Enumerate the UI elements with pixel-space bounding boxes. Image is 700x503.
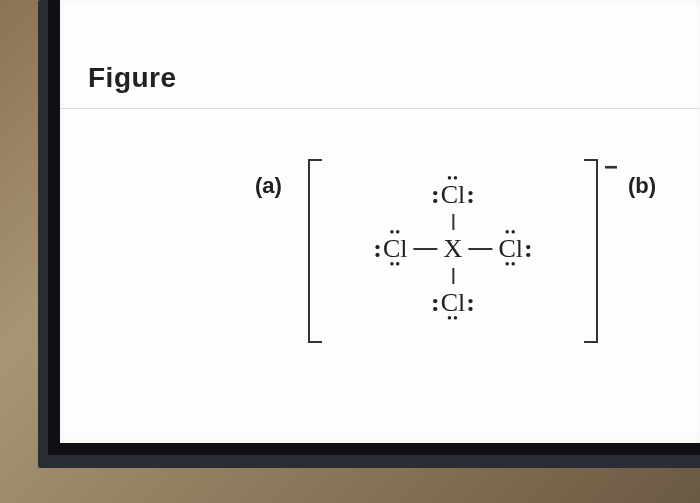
lewis-structure-bracket: − : •• Cl : : •• •• <box>308 159 598 339</box>
lewis-row-middle: : •• •• Cl X •• •• Cl <box>373 231 532 267</box>
lewis-row-bottom: : •• Cl : <box>373 285 532 321</box>
lone-pair-right: : <box>466 182 475 208</box>
lone-pair-bottom: •• <box>505 258 517 272</box>
atom-cl-left: •• •• Cl <box>381 236 410 262</box>
bond-vertical <box>452 214 454 230</box>
bracket-right <box>584 159 598 343</box>
subfigure-label-a: (a) <box>255 173 282 199</box>
lone-pair-right: : <box>524 236 533 262</box>
lewis-structure: : •• Cl : : •• •• Cl <box>373 177 532 321</box>
subfigure-label-b: (b) <box>628 173 656 199</box>
lone-pair-top: •• <box>505 226 517 240</box>
atom-cl-bottom: •• Cl <box>439 290 468 316</box>
element-symbol: X <box>444 234 463 263</box>
atom-cl-top: •• Cl <box>439 182 468 208</box>
atom-x-center: X <box>442 236 465 262</box>
atom-cl-right: •• •• Cl <box>496 236 525 262</box>
screen-content: Figure (a) (b) − : •• Cl : <box>60 0 700 443</box>
lone-pair-top: •• <box>447 172 459 186</box>
lone-pair-right: : <box>466 290 475 316</box>
ion-charge: − <box>604 153 618 181</box>
figure-title: Figure <box>88 62 700 94</box>
bracket-left <box>308 159 322 343</box>
bond-horizontal <box>468 248 492 250</box>
lone-pair-bottom: •• <box>389 258 401 272</box>
figure-header: Figure <box>60 0 700 109</box>
lewis-row-top: : •• Cl : <box>373 177 532 213</box>
lone-pair-top: •• <box>389 226 401 240</box>
bond-horizontal <box>414 248 438 250</box>
lone-pair-bottom: •• <box>447 312 459 326</box>
figure-body: (a) (b) − : •• Cl : : <box>60 109 700 151</box>
bond-vertical <box>452 268 454 284</box>
